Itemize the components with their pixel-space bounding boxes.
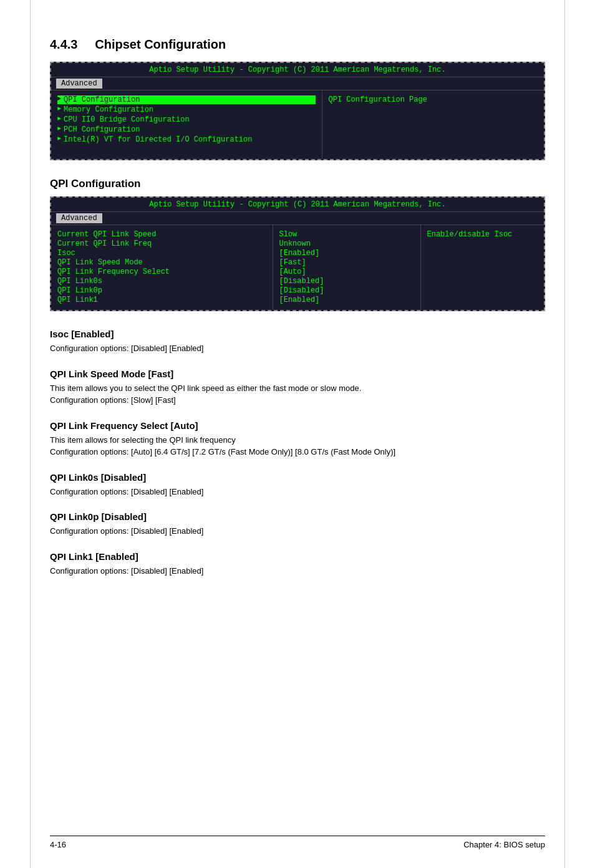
qpi-row-mid-1: Unknown xyxy=(279,239,414,248)
section-number: 4.4.3 xyxy=(50,37,77,51)
qpi-bios-content: Current QPI Link Speed Current QPI Link … xyxy=(51,225,544,310)
desc-qpi-link0p-body: Configuration options: [Disabled] [Enabl… xyxy=(50,525,545,538)
desc-qpi-link0p: QPI Link0p [Disabled] Configuration opti… xyxy=(50,511,545,538)
desc-qpi-freq: QPI Link Frequency Select [Auto] This it… xyxy=(50,420,545,458)
qpi-row-left-6: QPI Link0p xyxy=(57,286,266,295)
qpi-section-title: QPI Configuration xyxy=(50,178,140,190)
page-footer: 4-16 Chapter 4: BIOS setup xyxy=(50,836,545,849)
chipset-menu-label-2: CPU II0 Bridge Configuration xyxy=(64,115,190,124)
qpi-row-left-3: QPI Link Speed Mode xyxy=(57,258,266,267)
arrow-icon-3: ► xyxy=(57,125,61,132)
chipset-bios-tab: Advanced xyxy=(56,79,102,89)
desc-isoc: Isoc [Enabled] Configuration options: [D… xyxy=(50,329,545,355)
qpi-row-left-7: QPI Link1 xyxy=(57,296,266,304)
qpi-section-heading: QPI Configuration xyxy=(50,178,545,190)
chipset-bios-header: Aptio Setup Utility - Copyright (C) 2011… xyxy=(51,63,544,77)
desc-qpi-freq-body: This item allows for selecting the QPI l… xyxy=(50,434,545,458)
chipset-bios-content: ► QPI Configuration ► Memory Configurati… xyxy=(51,90,544,159)
footer-page-number: 4-16 xyxy=(50,840,66,849)
chipset-bios-left: ► QPI Configuration ► Memory Configurati… xyxy=(51,90,322,159)
footer-chapter: Chapter 4: BIOS setup xyxy=(463,840,545,849)
desc-qpi-link1: QPI Link1 [Enabled] Configuration option… xyxy=(50,551,545,577)
arrow-icon-1: ► xyxy=(57,105,61,112)
qpi-row-left-5: QPI Link0s xyxy=(57,277,266,286)
chipset-menu-label-1: Memory Configuration xyxy=(64,105,153,114)
chipset-bios-right: QPI Configuration Page xyxy=(322,90,544,159)
chipset-bios-box: Aptio Setup Utility - Copyright (C) 2011… xyxy=(50,62,545,160)
chipset-menu-item-4[interactable]: ► Intel(R) VT for Directed I/O Configura… xyxy=(57,135,316,144)
qpi-row-mid-2: [Enabled] xyxy=(279,249,414,258)
section-heading: 4.4.3 Chipset Configuration xyxy=(50,37,545,52)
qpi-bios-mid: Slow Unknown [Enabled] [Fast] [Auto] [Di… xyxy=(273,225,421,310)
qpi-row-left-2: Isoc xyxy=(57,249,266,258)
arrow-icon-4: ► xyxy=(57,135,61,142)
arrow-icon-0: ► xyxy=(57,95,61,102)
qpi-row-left-4: QPI Link Frequency Select xyxy=(57,268,266,276)
desc-qpi-link1-title: QPI Link1 [Enabled] xyxy=(50,551,545,562)
desc-qpi-speed-title: QPI Link Speed Mode [Fast] xyxy=(50,369,545,379)
chipset-menu-item-1[interactable]: ► Memory Configuration xyxy=(57,105,316,114)
desc-qpi-speed-body: This item allows you to select the QPI l… xyxy=(50,382,545,407)
desc-isoc-title: Isoc [Enabled] xyxy=(50,329,545,339)
chipset-menu-label-3: PCH Configuration xyxy=(64,125,140,134)
desc-qpi-link0s-title: QPI Link0s [Disabled] xyxy=(50,472,545,483)
qpi-row-mid-0: Slow xyxy=(279,230,414,239)
qpi-bios-header: Aptio Setup Utility - Copyright (C) 2011… xyxy=(51,198,544,212)
desc-isoc-body: Configuration options: [Disabled] [Enabl… xyxy=(50,342,545,355)
desc-qpi-speed: QPI Link Speed Mode [Fast] This item all… xyxy=(50,369,545,407)
chipset-bios-tab-row: Advanced xyxy=(51,77,544,90)
qpi-bios-box: Aptio Setup Utility - Copyright (C) 2011… xyxy=(50,196,545,311)
desc-qpi-link0p-title: QPI Link0p [Disabled] xyxy=(50,511,545,522)
chipset-menu-label-4: Intel(R) VT for Directed I/O Configurati… xyxy=(64,135,252,144)
qpi-row-mid-4: [Auto] xyxy=(279,268,414,276)
arrow-icon-2: ► xyxy=(57,115,61,122)
qpi-row-mid-3: [Fast] xyxy=(279,258,414,267)
qpi-bios-right: Enable/disable Isoc xyxy=(421,225,544,310)
chipset-menu-label-0: QPI Configuration xyxy=(64,95,140,104)
qpi-row-mid-5: [Disabled] xyxy=(279,277,414,286)
qpi-row-mid-7: [Enabled] xyxy=(279,296,414,304)
desc-qpi-link0s: QPI Link0s [Disabled] Configuration opti… xyxy=(50,472,545,498)
right-margin xyxy=(564,0,565,868)
chipset-menu-item-3[interactable]: ► PCH Configuration xyxy=(57,125,316,134)
desc-qpi-freq-title: QPI Link Frequency Select [Auto] xyxy=(50,420,545,431)
qpi-bios-tab-row: Advanced xyxy=(51,212,544,225)
qpi-bios-left: Current QPI Link Speed Current QPI Link … xyxy=(51,225,273,310)
qpi-right-label: Enable/disable Isoc xyxy=(427,230,538,239)
chipset-menu-item-2[interactable]: ► CPU II0 Bridge Configuration xyxy=(57,115,316,124)
qpi-row-mid-6: [Disabled] xyxy=(279,286,414,295)
qpi-bios-tab: Advanced xyxy=(56,213,102,223)
chipset-right-label: QPI Configuration Page xyxy=(329,95,538,104)
desc-qpi-link1-body: Configuration options: [Disabled] [Enabl… xyxy=(50,565,545,577)
section-title-text: Chipset Configuration xyxy=(95,37,226,51)
left-margin xyxy=(30,0,31,868)
qpi-row-left-1: Current QPI Link Freq xyxy=(57,239,266,248)
qpi-row-left-0: Current QPI Link Speed xyxy=(57,230,266,239)
desc-qpi-link0s-body: Configuration options: [Disabled] [Enabl… xyxy=(50,486,545,498)
chipset-menu-item-0[interactable]: ► QPI Configuration xyxy=(57,95,316,104)
